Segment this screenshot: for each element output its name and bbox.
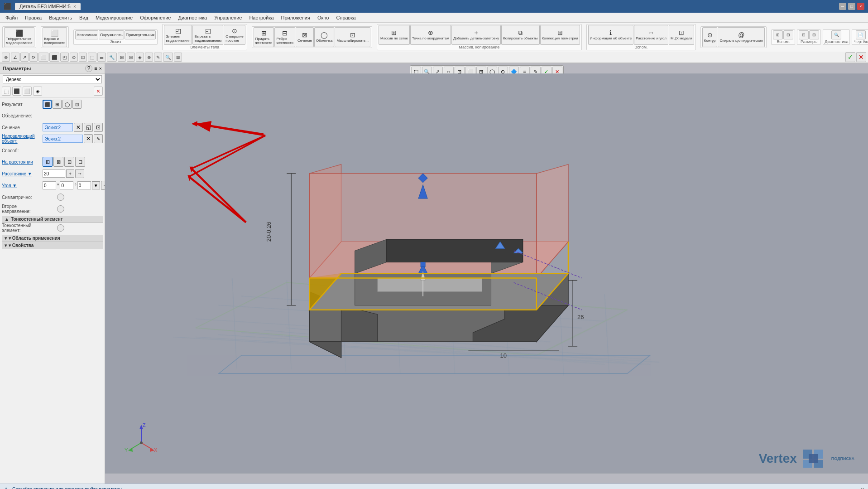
application-area-header[interactable]: ▾ ▾ Область применения: [2, 235, 103, 242]
rib-btn[interactable]: ⊟ Реброжёсткости: [274, 27, 295, 47]
view-btn-1[interactable]: ⊞: [773, 30, 783, 39]
sk-btn-14[interactable]: ⊟: [127, 53, 135, 62]
panel-icon-close[interactable]: ×: [94, 87, 103, 96]
sk-btn-13[interactable]: ⊞: [118, 53, 126, 62]
sk-btn-16[interactable]: ⊕: [145, 53, 153, 62]
panel-close-icon[interactable]: ×: [99, 66, 102, 71]
method-icon-2[interactable]: ⊠: [53, 157, 63, 167]
menu-diagnostics[interactable]: Диагностика: [174, 14, 211, 21]
panel-icon-1[interactable]: ⬚: [2, 87, 11, 96]
distance-input[interactable]: [43, 169, 65, 178]
angle-z-input[interactable]: [77, 181, 91, 189]
spiral-btn[interactable]: @ Спираль цилиндрическая: [718, 27, 765, 47]
mch-model-btn[interactable]: ⊡ МЦХ модели: [669, 25, 694, 45]
sketch-new-btn[interactable]: ◱: [84, 123, 93, 132]
method-icon-4[interactable]: ⊟: [75, 157, 85, 167]
sk-btn-17[interactable]: ✎: [154, 53, 162, 62]
menu-modeling[interactable]: Моделирование: [92, 14, 136, 21]
properties-header[interactable]: ▾ ▾ Свойства: [2, 242, 103, 249]
copy-obj-btn[interactable]: ⧉ Копировать объекты: [501, 25, 540, 45]
distance-plus-btn[interactable]: +: [66, 169, 74, 178]
info-btn[interactable]: ℹ Информация об объекте: [588, 25, 633, 45]
menu-window[interactable]: Окно: [314, 14, 333, 21]
size-btn-1[interactable]: ⊡: [799, 30, 809, 39]
sk-btn-10[interactable]: ⬚: [88, 53, 96, 62]
section-btn[interactable]: ⊠ Сечение: [296, 27, 314, 47]
add-part-btn[interactable]: + Добавить деталь-заготовку: [451, 25, 501, 45]
hole-btn[interactable]: ⊙ Отверстиепростое: [224, 25, 245, 45]
scale-btn[interactable]: ⊡ Масштабировать...: [335, 27, 370, 47]
sk-btn-1[interactable]: ⊕: [2, 53, 10, 62]
angle-arrow-btn[interactable]: →: [101, 181, 105, 190]
shell-btn[interactable]: ◯ Оболочка: [314, 27, 334, 47]
angle-x-input[interactable]: [43, 181, 56, 189]
wireframe-btn[interactable]: ⬜ Каркас иповерхности: [43, 27, 67, 47]
mass-grid-btn[interactable]: ⊞ Массив по сетке: [379, 25, 410, 45]
sk-btn-12[interactable]: 🔧: [107, 53, 117, 62]
menu-edit[interactable]: Правка: [21, 14, 45, 21]
sk-btn-4[interactable]: ⟳: [29, 53, 38, 62]
sk-btn-8[interactable]: ⊙: [70, 53, 78, 62]
viewport[interactable]: ⬚ 🔍 ↗ ↔ ⊡ ⬜ ⊞ ◯ ⊙ 🔷 ≡ ✎ ✓ ✕: [105, 63, 868, 484]
tree-type-select[interactable]: Дерево: [3, 75, 102, 83]
second-dir-toggle[interactable]: [57, 205, 64, 213]
sk-btn-15[interactable]: ◈: [136, 53, 144, 62]
sk-btn-6[interactable]: ⬛: [49, 53, 59, 62]
contour-btn[interactable]: ⊙ Контур: [702, 27, 718, 47]
autoline-btn[interactable]: Автолиния: [75, 30, 98, 39]
sk-btn-2[interactable]: ∠: [11, 53, 19, 62]
msgbar-close-btn[interactable]: ×: [861, 486, 864, 489]
angle-y-input[interactable]: [60, 181, 73, 189]
direction-clear-btn[interactable]: ✕: [84, 134, 93, 143]
solid-modeling-btn[interactable]: ⬛ Твёрдотельноемоделирование: [4, 27, 34, 47]
method-icon-1[interactable]: ⊞: [43, 157, 53, 167]
menu-view[interactable]: Вид: [76, 14, 92, 21]
result-icon-solid[interactable]: ⬛: [43, 100, 52, 109]
settings-icon[interactable]: ≡: [94, 66, 97, 71]
menu-select[interactable]: Выделить: [45, 14, 76, 21]
sketch-edit-btn[interactable]: ⊡: [94, 123, 103, 132]
method-icon-3[interactable]: ⊡: [64, 157, 74, 167]
help-icon[interactable]: ?: [85, 65, 92, 72]
size-btn-2[interactable]: ⊞: [809, 30, 819, 39]
thin-section-header[interactable]: ▲ Тонкостенный элемент: [2, 216, 103, 223]
symmetric-toggle[interactable]: [57, 194, 64, 201]
document-tab[interactable]: Деталь БЕЗ ИМЕНИ:5 ×: [15, 3, 81, 10]
confirm-button[interactable]: ✓: [845, 52, 855, 62]
sk-btn-3[interactable]: ↗: [20, 53, 29, 62]
result-icon-subtract[interactable]: ◯: [62, 100, 72, 109]
menu-control[interactable]: Управление: [211, 14, 245, 21]
distance-arrow-btn[interactable]: →: [75, 169, 84, 178]
menu-apps[interactable]: Приложения: [278, 14, 314, 21]
menu-help[interactable]: Справка: [332, 14, 359, 21]
result-icon-add[interactable]: ⊞: [53, 100, 62, 109]
view-btn-2[interactable]: ⊟: [783, 30, 793, 39]
sk-btn-11[interactable]: ☰: [97, 53, 106, 62]
panel-icon-4[interactable]: ◈: [33, 87, 42, 96]
angle-dropdown-btn[interactable]: ▼: [92, 181, 100, 189]
minimize-button[interactable]: ─: [839, 3, 846, 10]
distance-btn[interactable]: ↔ Расстояние и угол: [634, 25, 668, 45]
stiffness-btn[interactable]: ⊞ Придатьжёсткости: [254, 27, 274, 47]
sketch-clear-btn[interactable]: ✕: [74, 123, 83, 132]
menu-file[interactable]: Файл: [2, 14, 21, 21]
sk-btn-7[interactable]: ◰: [60, 53, 69, 62]
result-icon-intersect[interactable]: ⊡: [72, 100, 82, 109]
direction-label[interactable]: Направляющий объект:: [2, 134, 43, 144]
extrude-btn[interactable]: ◰ Элементвыдавливания: [164, 25, 192, 45]
thin-toggle[interactable]: [57, 224, 64, 232]
panel-icon-3[interactable]: ⬜: [23, 87, 32, 96]
rectangle-btn[interactable]: Прямоугольник: [125, 30, 156, 39]
sk-btn-5[interactable]: ⬜: [38, 53, 48, 62]
tab-close-button[interactable]: ×: [73, 4, 76, 9]
panel-icon-2[interactable]: ⬛: [12, 87, 21, 96]
direction-edit-btn[interactable]: ✎: [94, 134, 103, 143]
maximize-button[interactable]: □: [848, 3, 855, 10]
sk-btn-18[interactable]: 🔍: [163, 53, 173, 62]
sk-btn-9[interactable]: ⊡: [79, 53, 87, 62]
diag-btn[interactable]: 🔍: [831, 30, 841, 39]
point-coords-btn[interactable]: ⊕ Точка по координатам: [410, 25, 451, 45]
cancel-button[interactable]: ✕: [856, 52, 866, 62]
close-button[interactable]: ×: [857, 3, 864, 10]
collection-btn[interactable]: ⊞ Коллекция геометрии: [540, 25, 580, 45]
